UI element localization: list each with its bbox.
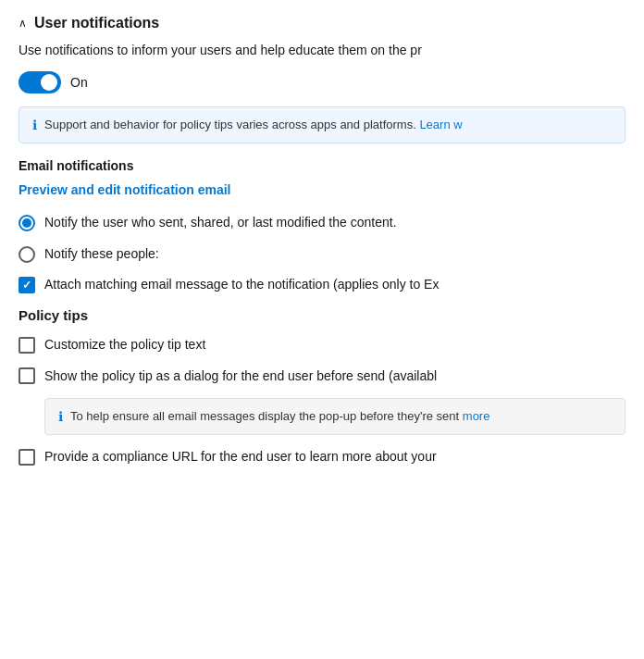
user-notifications-section: ∧ User notifications Use notifications t… — [0, 0, 644, 494]
attach-email-option: Attach matching email message to the not… — [19, 276, 625, 294]
notify-sender-radio[interactable] — [19, 215, 35, 231]
nested-info-text: To help ensure all email messages displa… — [70, 408, 489, 425]
more-link[interactable]: more — [463, 409, 490, 423]
compliance-url-option: Provide a compliance URL for the end use… — [19, 448, 625, 466]
chevron-up-icon[interactable]: ∧ — [19, 17, 27, 30]
customize-tip-text: Customize the policy tip text — [44, 336, 205, 354]
nested-info-icon: ℹ — [58, 409, 63, 424]
attach-email-checkbox[interactable] — [19, 277, 35, 293]
customize-tip-option: Customize the policy tip text — [19, 336, 625, 354]
attach-email-text: Attach matching email message to the not… — [44, 276, 439, 294]
info-banner-text: Support and behavior for policy tips var… — [44, 117, 463, 133]
notify-people-option: Notify these people: — [19, 245, 625, 264]
section-header: ∧ User notifications — [19, 15, 625, 31]
on-off-toggle[interactable] — [19, 71, 61, 93]
notify-sender-option: Notify the user who sent, shared, or las… — [19, 214, 625, 232]
show-dialog-option: Show the policy tip as a dialog for the … — [19, 367, 625, 386]
nested-info-banner: ℹ To help ensure all email messages disp… — [44, 398, 625, 435]
compliance-url-checkbox[interactable] — [19, 449, 35, 466]
info-icon: ℹ — [32, 118, 37, 132]
section-title: User notifications — [34, 15, 159, 31]
notify-people-text: Notify these people: — [44, 245, 159, 264]
compliance-url-text: Provide a compliance URL for the end use… — [44, 448, 437, 466]
email-notifications-label: Email notifications — [19, 158, 625, 173]
preview-edit-link[interactable]: Preview and edit notification email — [19, 182, 231, 197]
show-dialog-text: Show the policy tip as a dialog for the … — [44, 367, 437, 386]
section-description: Use notifications to inform your users a… — [19, 41, 625, 60]
notify-sender-text: Notify the user who sent, shared, or las… — [44, 214, 397, 232]
toggle-row: On — [19, 71, 625, 93]
learn-more-link[interactable]: Learn w — [419, 118, 462, 131]
notify-people-radio[interactable] — [19, 246, 35, 263]
show-dialog-checkbox[interactable] — [19, 367, 35, 384]
toggle-label: On — [70, 75, 88, 90]
policy-tips-label: Policy tips — [19, 307, 625, 323]
customize-tip-checkbox[interactable] — [19, 337, 35, 354]
info-banner: ℹ Support and behavior for policy tips v… — [19, 106, 625, 143]
